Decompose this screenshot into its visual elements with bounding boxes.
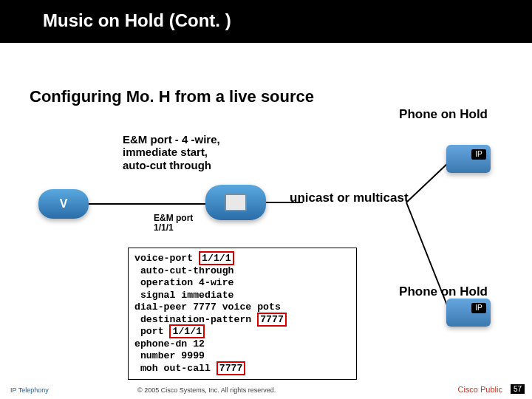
cfg-l8: ephone-dn 12: [134, 338, 350, 351]
cfg-l6b-highlight: 7777: [257, 313, 287, 327]
footer-copyright: © 2005 Cisco Systems, Inc. All rights re…: [137, 386, 276, 394]
cfg-l1b-highlight: 1/1/1: [199, 251, 234, 265]
em-port-caption-line3: auto-cut through: [123, 159, 220, 171]
cfg-l1a: voice-port: [134, 253, 199, 264]
cfg-l10a: moh out-call: [134, 363, 216, 374]
em-port-small-l2: 1/1/1: [154, 223, 193, 233]
phone-on-hold-label-top: Phone on Hold: [399, 107, 488, 122]
unicast-multicast-label: unicast or multicast: [290, 191, 409, 205]
ip-phone-icon-top: [446, 145, 491, 173]
cfg-l10b-highlight: 7777: [216, 361, 246, 375]
cfg-l7a: port: [134, 326, 169, 337]
em-port-caption-line1: E&M port - 4 -wire,: [123, 133, 220, 146]
slide-subtitle: Configuring Mo. H from a live source: [30, 87, 314, 106]
em-port-caption: E&M port - 4 -wire, immediate start, aut…: [123, 133, 220, 171]
page-number: 57: [511, 384, 525, 394]
cfg-l6a: destination-pattern: [134, 314, 257, 325]
cfg-l5: dial-peer 7777 voice pots: [134, 301, 350, 314]
voice-router-icon: [38, 189, 89, 219]
em-port-small-label: E&M port 1/1/1: [154, 214, 193, 233]
ip-phone-icon-bottom: [446, 299, 491, 327]
corner-decoration: [466, 0, 532, 43]
cfg-l4: signal immediate: [134, 290, 350, 302]
config-code-block: voice-port 1/1/1 auto-cut-through operat…: [128, 248, 357, 380]
gateway-router-icon: [205, 185, 266, 220]
footer-classification: Cisco Public: [457, 385, 502, 394]
footer-topic: IP Telephony: [10, 386, 49, 394]
cfg-l7b-highlight: 1/1/1: [169, 324, 205, 338]
phone-on-hold-label-bottom: Phone on Hold: [399, 284, 488, 299]
em-port-caption-line2: immediate start,: [123, 146, 220, 158]
slide-title: Music on Hold (Cont. ): [43, 10, 231, 31]
cfg-l2: auto-cut-through: [134, 265, 350, 278]
svg-line-2: [406, 163, 449, 202]
cfg-l3: operation 4-wire: [134, 277, 350, 290]
